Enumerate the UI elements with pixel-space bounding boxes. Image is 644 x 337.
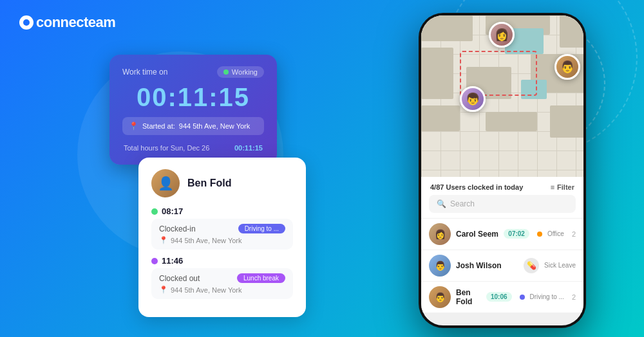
list-count-carol: 2 bbox=[572, 230, 576, 238]
tl-badge-2: Lunch break bbox=[237, 273, 285, 283]
list-time-carol: 07:02 bbox=[504, 229, 529, 239]
work-total-row: Total hours for Sun, Dec 26 00:11:15 bbox=[122, 141, 264, 154]
tl-pin-icon-2: 📍 bbox=[159, 286, 168, 294]
map-block-1 bbox=[421, 15, 473, 41]
started-label: Started at: bbox=[142, 122, 175, 130]
status-dot-ben bbox=[520, 295, 525, 300]
user-avatar: 👤 bbox=[151, 169, 180, 197]
tl-location-text-1: 944 5th Ave, New York bbox=[171, 237, 242, 244]
list-name-carol: Carol Seem bbox=[456, 230, 498, 239]
timeline-time-2: 11:46 bbox=[151, 256, 293, 266]
tl-detail-row-2: Clocked out Lunch break bbox=[159, 273, 285, 283]
list-avatar-carol: 👩 bbox=[429, 223, 451, 245]
user-card: 👤 Ben Fold 08:17 Clocked-in Driving to .… bbox=[138, 158, 306, 317]
map-block-4 bbox=[421, 48, 453, 99]
sick-leave-icon: 💊 bbox=[524, 258, 539, 273]
filter-icon: ≡ bbox=[551, 183, 554, 191]
map-area: 👩 👨 👦 bbox=[421, 15, 583, 177]
list-name-ben: Ben Fold bbox=[456, 288, 481, 306]
tl-action-1: Clocked-in bbox=[159, 224, 196, 233]
list-item-ben[interactable]: 👨 Ben Fold 10:06 Driving to ... 2 bbox=[421, 281, 583, 313]
search-placeholder: Search bbox=[450, 199, 475, 208]
tl-dot-purple bbox=[151, 258, 158, 264]
working-dot-icon bbox=[223, 69, 229, 75]
work-location: 📍 Started at: 944 5th Ave, New York bbox=[122, 117, 264, 135]
filter-label: Filter bbox=[557, 183, 574, 191]
timeline-item-1: 08:17 Clocked-in Driving to ... 📍 944 5t… bbox=[151, 206, 293, 250]
list-avatar-josh: 👨 bbox=[429, 255, 451, 277]
map-avatar-1: 👩 bbox=[489, 22, 515, 48]
tl-action-2: Clocked out bbox=[159, 274, 200, 283]
phone-list-header: 4/87 Users clocked in today ≡ Filter bbox=[421, 177, 583, 195]
tl-detail-row-1: Clocked-in Driving to ... bbox=[159, 224, 285, 233]
tl-time-1: 08:17 bbox=[162, 206, 183, 216]
map-block-8 bbox=[486, 112, 537, 131]
phone-inner: 👩 👨 👦 4/87 Users clocked in today ≡ Filt… bbox=[421, 15, 583, 325]
tl-pin-icon-1: 📍 bbox=[159, 236, 168, 244]
phone-frame: 👩 👨 👦 4/87 Users clocked in today ≡ Filt… bbox=[419, 13, 586, 328]
work-timer: 00:11:15 bbox=[122, 83, 264, 112]
timeline-time-1: 08:17 bbox=[151, 206, 293, 216]
list-time-ben: 10:06 bbox=[486, 292, 512, 302]
status-label-ben: Driving to ... bbox=[530, 293, 564, 300]
map-avatar-2: 👨 bbox=[554, 54, 580, 80]
map-block-3 bbox=[560, 15, 583, 48]
status-label-carol: Office bbox=[547, 230, 564, 237]
tl-location-2: 📍 944 5th Ave, New York bbox=[159, 286, 285, 294]
work-time-header: Work time on Working bbox=[122, 66, 264, 78]
search-icon: 🔍 bbox=[437, 199, 446, 208]
list-item-josh[interactable]: 👨 Josh Wilson 💊 Sick Leave bbox=[421, 250, 583, 281]
started-location: 944 5th Ave, New York bbox=[179, 122, 251, 130]
working-badge: Working bbox=[217, 66, 264, 78]
user-card-name: Ben Fold bbox=[187, 178, 231, 189]
map-avatar-3: 👦 bbox=[460, 86, 486, 112]
status-label-josh: Sick Leave bbox=[544, 262, 576, 269]
list-name-josh: Josh Wilson bbox=[456, 261, 518, 270]
phone-list: 4/87 Users clocked in today ≡ Filter 🔍 S… bbox=[421, 177, 583, 313]
brand-logo: connecteam bbox=[19, 14, 115, 31]
work-time-card: Work time on Working 00:11:15 📍 Started … bbox=[109, 55, 277, 165]
filter-button[interactable]: ≡ Filter bbox=[551, 183, 574, 191]
user-card-header: 👤 Ben Fold bbox=[151, 169, 293, 197]
status-dot-carol bbox=[537, 232, 542, 237]
users-clocked-label: 4/87 Users clocked in today bbox=[430, 183, 523, 191]
timeline-detail-2: Clocked out Lunch break 📍 944 5th Ave, N… bbox=[151, 268, 293, 299]
tl-dot-green bbox=[151, 208, 158, 215]
tl-location-text-2: 944 5th Ave, New York bbox=[171, 286, 242, 294]
work-time-label: Work time on bbox=[122, 68, 167, 77]
tl-location-1: 📍 944 5th Ave, New York bbox=[159, 236, 285, 244]
tl-time-2: 11:46 bbox=[162, 256, 183, 266]
list-avatar-ben: 👨 bbox=[429, 286, 451, 308]
tl-badge-1: Driving to ... bbox=[238, 224, 285, 233]
pin-icon: 📍 bbox=[129, 122, 138, 131]
list-item-carol[interactable]: 👩 Carol Seem 07:02 Office 2 bbox=[421, 218, 583, 250]
timeline-item-2: 11:46 Clocked out Lunch break 📍 944 5th … bbox=[151, 256, 293, 299]
map-block-7 bbox=[421, 105, 460, 131]
map-block-9 bbox=[550, 105, 583, 138]
total-time: 00:11:15 bbox=[234, 144, 263, 152]
total-label: Total hours for Sun, Dec 26 bbox=[124, 144, 209, 152]
logo-icon bbox=[19, 15, 33, 30]
search-bar[interactable]: 🔍 Search bbox=[429, 195, 576, 213]
timeline-detail-1: Clocked-in Driving to ... 📍 944 5th Ave,… bbox=[151, 219, 293, 250]
brand-name: connecteam bbox=[36, 14, 115, 31]
working-status: Working bbox=[232, 68, 258, 76]
list-count-ben: 2 bbox=[572, 293, 576, 301]
